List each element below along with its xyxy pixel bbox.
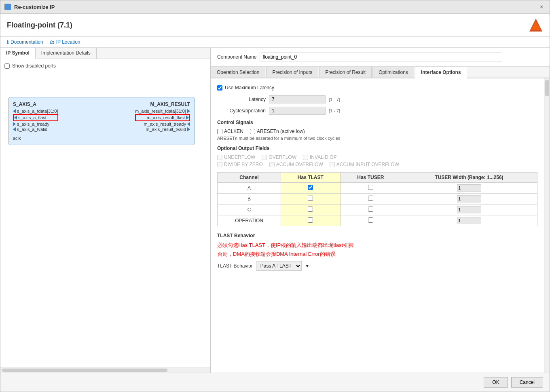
title-bar-left: Re-customize IP — [4, 4, 55, 10]
tuser-width-a — [401, 183, 537, 194]
annotation-line2: 否则，DMA的接收端会报DMA Internal Error的错误 — [217, 251, 537, 258]
tlast-operation-checkbox[interactable] — [308, 217, 313, 223]
port-s-tdata: s_axis_a_tdata[31:0] — [13, 109, 58, 114]
main-window: Re-customize IP × Floating-point (7.1) ℹ… — [0, 0, 550, 392]
arrow-icon — [14, 116, 17, 120]
has-tlast-b — [281, 194, 341, 204]
tuser-width-c-input[interactable] — [457, 206, 481, 213]
underflow-checkbox[interactable] — [217, 155, 222, 160]
hscroll-thumb — [2, 369, 167, 372]
left-ports: S_AXIS_A s_axis_a_tdata[31:0] s_axis_a_t… — [13, 101, 58, 141]
underflow-item: UNDERFLOW — [217, 154, 255, 160]
accum-overflow-label: ACCUM OVERFLOW — [276, 162, 323, 167]
ip-block: S_AXIS_A s_axis_a_tdata[31:0] s_axis_a_t… — [8, 97, 195, 145]
cycles-operation-input[interactable] — [269, 107, 326, 115]
tuser-width-operation-input[interactable] — [457, 217, 481, 224]
tuser-operation-checkbox[interactable] — [368, 217, 373, 223]
tab-ip-symbol[interactable]: IP Symbol — [0, 48, 36, 59]
control-signals-title: Control Signals — [217, 120, 537, 125]
tab-optimizations[interactable]: Optimizations — [372, 67, 414, 78]
cancel-button[interactable]: Cancel — [511, 377, 543, 388]
arrow-icon — [186, 116, 189, 120]
arrow-right-icon — [187, 122, 190, 126]
show-disabled-ports-checkbox[interactable] — [4, 63, 10, 69]
header-title: Floating-point (7.1) — [7, 21, 72, 30]
port-m-tlast: m_axis_result_tlast — [135, 114, 190, 121]
right-panel: Component Name Operation Selection Preci… — [211, 48, 550, 373]
header: Floating-point (7.1) — [0, 14, 550, 37]
has-tuser-operation — [340, 215, 401, 226]
cycles-operation-range: [1 - 7] — [329, 108, 340, 113]
ok-button[interactable]: OK — [484, 377, 508, 388]
port-m-tdata: m_axis_result_tdata[31:0] — [135, 109, 190, 114]
channel-operation: OPERATION — [218, 215, 281, 226]
tuser-width-c — [401, 204, 537, 215]
tlast-behavior-select[interactable]: Pass A TLAST NULL — [256, 261, 302, 271]
has-tlast-c — [281, 204, 341, 215]
window-title: Re-customize IP — [14, 4, 55, 10]
latency-label: Latency — [217, 97, 266, 102]
divide-by-zero-checkbox[interactable] — [217, 162, 222, 167]
tuser-b-checkbox[interactable] — [368, 196, 373, 201]
tlast-c-checkbox[interactable] — [308, 207, 313, 212]
channel-b: B — [218, 194, 281, 204]
col-has-tuser: Has TUSER — [340, 173, 401, 183]
accum-input-overflow-checkbox[interactable] — [330, 162, 335, 167]
optional-fields: UNDERFLOW OVERFLOW INVALID OP — [217, 154, 537, 167]
divide-by-zero-item: DIVIDE BY ZERO — [217, 162, 263, 167]
channel-c: C — [218, 204, 281, 215]
documentation-link[interactable]: ℹ Documentation — [7, 39, 43, 45]
tlast-b-checkbox[interactable] — [308, 196, 313, 201]
ip-diagram: S_AXIS_A s_axis_a_tdata[31:0] s_axis_a_t… — [4, 89, 206, 291]
opt-row-2: DIVIDE BY ZERO ACCUM OVERFLOW ACCUM INPU… — [217, 162, 537, 167]
documentation-label: Documentation — [11, 39, 43, 45]
tab-precision-result[interactable]: Precision of Result — [319, 67, 372, 78]
overflow-checkbox[interactable] — [262, 155, 267, 160]
tuser-width-b-input[interactable] — [457, 195, 481, 202]
left-hscrollbar[interactable] — [0, 367, 210, 373]
toolbar: ℹ Documentation 🗂 IP Location — [0, 37, 550, 48]
tab-operation-selection[interactable]: Operation Selection — [211, 67, 265, 78]
invalid-op-checkbox[interactable] — [303, 155, 308, 160]
tuser-c-checkbox[interactable] — [368, 207, 373, 212]
tab-precision-inputs[interactable]: Precision of Inputs — [266, 67, 318, 78]
vscroll-thumb — [545, 80, 549, 96]
tab-interface-options[interactable]: Interface Options — [415, 67, 467, 78]
arrow-left-icon — [13, 122, 16, 126]
component-name-input[interactable] — [260, 53, 502, 61]
close-button[interactable]: × — [537, 3, 546, 11]
use-max-latency-row: Use Maximum Latency — [217, 85, 537, 91]
invalid-op-label: INVALID OP — [310, 154, 336, 160]
left-panel: IP Symbol Implementation Details Show di… — [0, 48, 211, 373]
arrow-icon — [13, 127, 16, 131]
control-signals: ACLKEN ARESETn (active low) ARESETn must… — [217, 129, 537, 141]
use-max-latency-checkbox[interactable] — [217, 85, 222, 91]
aclken-checkbox[interactable] — [217, 129, 222, 134]
accum-input-overflow-label: ACCUM INPUT OVERFLOW — [336, 162, 399, 167]
port-s-tvalid: s_axis_a_tvalid — [13, 127, 58, 132]
tuser-a-checkbox[interactable] — [368, 185, 373, 190]
left-tabs: IP Symbol Implementation Details — [0, 48, 210, 59]
right-content: Use Maximum Latency Latency [1 - 7] Cycl… — [211, 78, 544, 373]
right-tabs: Operation Selection Precision of Inputs … — [211, 67, 550, 78]
main-content: IP Symbol Implementation Details Show di… — [0, 48, 550, 373]
aresetn-label: ARESETn (active low) — [257, 129, 305, 134]
app-icon — [4, 4, 11, 10]
table-row: B — [218, 194, 537, 204]
latency-input[interactable] — [269, 95, 326, 103]
cycles-operation-label: Cycles/operation — [217, 108, 266, 114]
aresetn-checkbox[interactable] — [250, 129, 255, 134]
channel-a: A — [218, 183, 281, 194]
tab-implementation-details[interactable]: Implementation Details — [36, 48, 97, 59]
right-vscrollbar[interactable] — [544, 78, 550, 373]
xilinx-logo — [529, 18, 543, 32]
tuser-width-b — [401, 194, 537, 204]
s-axis-a-label: S_AXIS_A — [13, 101, 58, 107]
col-channel: Channel — [218, 173, 281, 183]
bottom-bar: OK Cancel — [0, 373, 550, 392]
table-row: OPERATION — [218, 215, 537, 226]
tuser-width-a-input[interactable] — [457, 184, 481, 192]
tlast-a-checkbox[interactable] — [308, 185, 313, 190]
accum-overflow-checkbox[interactable] — [269, 162, 275, 167]
ip-location-link[interactable]: 🗂 IP Location — [50, 39, 80, 45]
